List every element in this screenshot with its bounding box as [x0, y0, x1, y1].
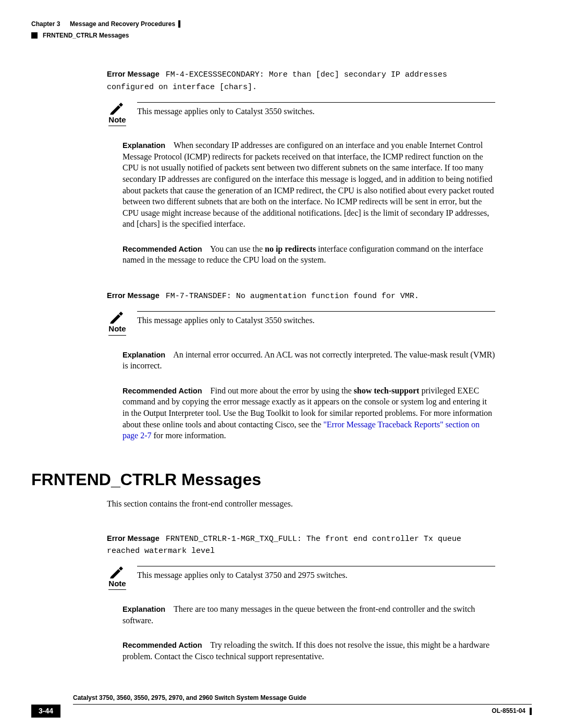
footer-top: Catalyst 3750, 3560, 3550, 2975, 2970, a…	[73, 694, 532, 705]
header-bar-icon	[178, 20, 180, 28]
action-2: Recommended Action Find out more about t…	[123, 385, 495, 441]
action-label: Recommended Action	[123, 387, 202, 395]
error-message-1: Error Message FM-4-EXCESSSECONDARY: More…	[107, 68, 495, 93]
explanation-text: There are too many messages in the queue…	[123, 604, 475, 625]
error-message-3: Error Message FRNTEND_CTRLR-1-MGR_TXQ_FU…	[107, 533, 495, 557]
pencil-icon	[109, 102, 126, 115]
section-heading: FRNTEND_CTRLR Messages	[31, 468, 532, 491]
page-content: Error Message FM-4-EXCESSSECONDARY: More…	[0, 68, 563, 662]
note-text: This message applies only to Catalyst 37…	[137, 566, 495, 581]
action-label: Recommended Action	[123, 641, 202, 649]
explanation-label: Explanation	[123, 351, 165, 359]
doc-id: OL-8551-04	[492, 707, 525, 715]
error-label: Error Message	[107, 70, 160, 78]
page-footer: Catalyst 3750, 3560, 3550, 2975, 2970, a…	[0, 694, 563, 728]
note-label: Note	[108, 578, 126, 590]
footer-bar-icon	[530, 708, 532, 715]
action-cmd: no ip redirects	[265, 244, 316, 253]
note-row-3: Note This message applies only to Cataly…	[107, 566, 495, 590]
chapter-number: Chapter 3	[31, 20, 60, 28]
error-label: Error Message	[107, 291, 160, 300]
error-label: Error Message	[107, 534, 160, 542]
note-label: Note	[108, 324, 126, 335]
note-icon-wrap: Note	[107, 566, 128, 590]
action-3: Recommended Action Try reloading the swi…	[123, 639, 495, 662]
note-icon-wrap: Note	[107, 311, 128, 335]
action-label: Recommended Action	[123, 245, 202, 253]
header-section-name: FRNTEND_CTRLR Messages	[43, 31, 129, 40]
note-label: Note	[108, 115, 126, 126]
chapter-info: Chapter 3 Message and Recovery Procedure…	[31, 20, 180, 28]
page-header: Chapter 3 Message and Recovery Procedure…	[0, 0, 563, 31]
explanation-label: Explanation	[123, 605, 165, 613]
explanation-1: Explanation When secondary IP addresses …	[123, 140, 495, 230]
explanation-3: Explanation There are too many messages …	[123, 603, 495, 626]
error-message-2: Error Message FM-7-TRANSDEF: No augmenta…	[107, 290, 495, 302]
note-row-1: Note This message applies only to Cataly…	[107, 102, 495, 126]
page-number: 3-44	[31, 705, 60, 718]
action-pre: You can use the	[210, 244, 265, 253]
error-text: FRNTEND_CTRLR-1-MGR_TXQ_FULL: The front …	[107, 535, 461, 556]
note-text: This message applies only to Catalyst 35…	[137, 311, 495, 326]
header-section-row: FRNTEND_CTRLR Messages	[0, 31, 563, 40]
guide-title: Catalyst 3750, 3560, 3550, 2975, 2970, a…	[73, 694, 307, 704]
action-pre: Find out more about the error by using t…	[211, 386, 354, 395]
explanation-label: Explanation	[123, 141, 165, 150]
error-text: FM-7-TRANSDEF: No augmentation function …	[166, 292, 419, 301]
note-text: This message applies only to Catalyst 35…	[137, 102, 495, 117]
header-block-icon	[31, 32, 38, 39]
action-cmd: show tech-support	[354, 386, 420, 395]
explanation-2: Explanation An internal error occurred. …	[123, 349, 495, 372]
doc-id-wrap: OL-8551-04	[492, 707, 532, 715]
note-icon-wrap: Note	[107, 102, 128, 126]
chapter-title: Message and Recovery Procedures	[70, 20, 175, 28]
explanation-text: When secondary IP addresses are configur…	[123, 141, 494, 228]
note-row-2: Note This message applies only to Cataly…	[107, 311, 495, 335]
action-1: Recommended Action You can use the no ip…	[123, 243, 495, 266]
action-tail: for more information.	[152, 431, 226, 440]
pencil-icon	[109, 311, 126, 324]
explanation-text: An internal error occurred. An ACL was n…	[123, 350, 495, 371]
footer-bottom: 3-44 OL-8551-04	[31, 705, 532, 718]
section-intro: This section contains the front-end cont…	[107, 498, 495, 510]
pencil-icon	[109, 566, 126, 578]
